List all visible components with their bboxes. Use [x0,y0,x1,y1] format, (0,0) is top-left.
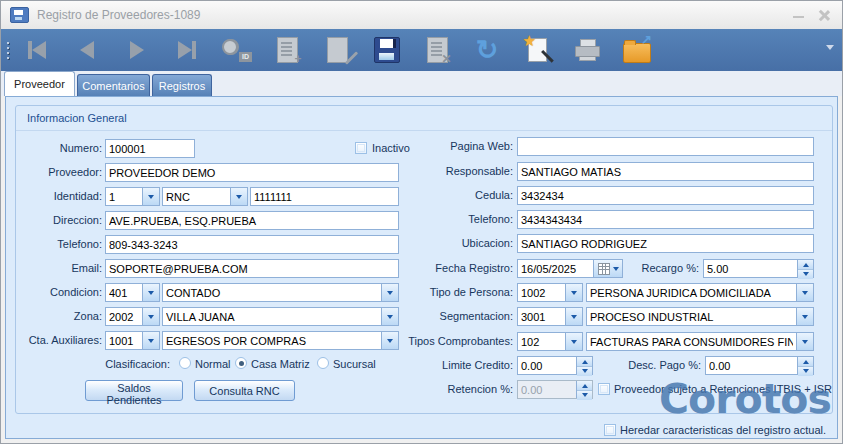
ubicacion-label: Ubicacion: [343,237,513,249]
tipo-persona-code-combo [517,283,583,302]
ubicacion-input[interactable] [518,235,813,252]
fecha-registro-label: Fecha Registro: [343,262,513,274]
numero-input[interactable] [106,140,194,157]
chevron-down-icon[interactable] [142,284,159,301]
responsable-input[interactable] [518,163,813,180]
telefono2-field [517,210,814,229]
cedula-input[interactable] [518,187,813,204]
recargo-label: Recargo %: [546,262,699,274]
saldos-pendientes-button[interactable]: Saldos Pendientes [85,380,183,401]
close-icon[interactable] [818,9,830,21]
next-record-icon[interactable] [119,33,155,67]
open-folder-icon[interactable] [619,33,655,67]
telefono2-label: Telefono: [343,213,513,225]
tab-comentarios[interactable]: Comentarios [77,74,150,96]
pagina-web-input[interactable] [518,138,813,155]
tab-registros-label: Registros [159,80,205,92]
wizard-icon[interactable]: ★ [519,33,555,67]
new-record-icon[interactable]: + [269,33,305,67]
save-icon[interactable] [369,33,405,67]
first-record-icon[interactable] [19,33,55,67]
edit-record-icon[interactable] [319,33,355,67]
title-bar: Registro de Proveedores-1089 [1,1,842,29]
chevron-down-icon[interactable] [565,284,582,301]
identidad-tipo-input[interactable] [163,188,230,205]
segmentacion-code-combo [517,307,583,326]
cta-auxiliares-label: Cta. Auxiliares: [12,334,102,346]
minimize-icon[interactable] [793,9,804,21]
spin-up-icon[interactable] [798,357,813,366]
direccion-label: Direccion: [12,214,102,226]
tab-proveedor[interactable]: Proveedor [4,71,75,96]
delete-record-icon[interactable]: ✕ [419,33,455,67]
chevron-down-icon[interactable] [565,333,582,350]
condicion-code-input[interactable] [106,284,142,301]
spin-up-icon[interactable] [577,381,592,390]
segmentacion-label: Segmentacion: [343,310,513,322]
zona-code-input[interactable] [106,308,142,325]
recargo-field [703,259,814,278]
cedula-label: Cedula: [343,189,513,201]
tipo-persona-input[interactable] [587,284,796,301]
clasificacion-radio-casa-matriz[interactable] [235,357,247,369]
identidad-code-input[interactable] [106,188,142,205]
chevron-down-icon[interactable] [142,308,159,325]
tipos-comprobantes-code-input[interactable] [518,333,565,350]
recargo-input[interactable] [704,260,797,277]
chevron-down-icon[interactable] [142,332,159,349]
group-title: Informacion General [27,112,127,124]
desc-pago-input[interactable] [706,357,797,374]
search-by-id-icon[interactable]: ID [219,33,255,67]
segmentacion-input[interactable] [587,308,796,325]
identidad-tipo-combo [162,187,248,206]
telefono2-input[interactable] [518,211,813,228]
condicion-label: Condicion: [12,286,102,298]
spin-down-icon[interactable] [798,366,813,376]
desc-pago-spinner[interactable] [797,357,813,374]
toolbar-grip[interactable] [7,42,9,59]
clasificacion-normal-label: Normal [195,358,230,370]
cta-auxiliares-code-input[interactable] [106,332,142,349]
chevron-down-icon[interactable] [230,188,247,205]
app-window: Registro de Proveedores-1089 ID + ✕ ↻ ★ … [0,0,843,444]
retenciones-itbis-checkbox[interactable] [598,383,610,395]
tipos-comprobantes-input[interactable] [587,333,796,350]
clasificacion-radio-sucursal[interactable] [317,357,329,369]
toolbar-overflow-icon[interactable] [826,45,834,54]
segmentacion-code-input[interactable] [518,308,565,325]
tab-registros[interactable]: Registros [152,74,212,96]
refresh-icon[interactable]: ↻ [469,33,505,67]
spin-down-icon[interactable] [577,390,592,400]
numero-field [105,139,195,158]
window-title: Registro de Proveedores-1089 [37,8,200,22]
retenciones-itbis-label: Proveedor sujeto a Retenciones ITBIS + I… [614,383,832,395]
spin-down-icon[interactable] [798,269,813,279]
recargo-spinner[interactable] [797,260,813,277]
retencion-spinner[interactable] [576,381,592,398]
tab-proveedor-label: Proveedor [14,78,65,90]
responsable-field [517,162,814,181]
ubicacion-field [517,234,814,253]
heredar-checkbox[interactable] [604,424,616,436]
last-record-icon[interactable] [169,33,205,67]
chevron-down-icon[interactable] [565,308,582,325]
identidad-code-combo [105,187,160,206]
toolbar: ID + ✕ ↻ ★ [1,29,842,71]
spin-up-icon[interactable] [798,260,813,269]
chevron-down-icon[interactable] [796,284,813,301]
pagina-web-label: Pagina Web: [343,140,513,152]
clasificacion-label: Clasificacion: [16,358,170,370]
identidad-label: Identidad: [12,190,102,202]
previous-record-icon[interactable] [69,33,105,67]
print-icon[interactable] [569,33,605,67]
chevron-down-icon[interactable] [796,333,813,350]
clasificacion-casa-matriz-label: Casa Matriz [251,358,310,370]
condicion-code-combo [105,283,160,302]
chevron-down-icon[interactable] [796,308,813,325]
chevron-down-icon[interactable] [142,188,159,205]
pagina-web-field [517,137,814,156]
tipo-persona-code-input[interactable] [518,284,565,301]
tipos-comprobantes-label: Tipos Comprobantes: [343,335,513,347]
clasificacion-radio-normal[interactable] [179,357,191,369]
consulta-rnc-button[interactable]: Consulta RNC [194,380,295,401]
